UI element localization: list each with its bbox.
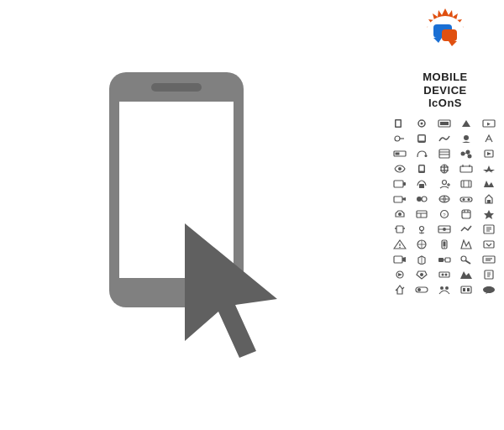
svg-rect-38: [420, 165, 424, 170]
svg-marker-56: [402, 197, 406, 201]
grid-icon: [391, 283, 409, 296]
svg-rect-108: [439, 272, 449, 277]
grid-icon: [480, 147, 498, 160]
svg-marker-35: [487, 152, 491, 155]
svg-rect-95: [394, 256, 402, 263]
svg-point-100: [461, 256, 466, 261]
svg-point-110: [444, 273, 447, 275]
main-icon-area: [0, 0, 386, 430]
svg-point-118: [445, 286, 449, 290]
grid-icon: [457, 238, 475, 251]
grid-icon: [435, 238, 454, 251]
sidebar: MOBILE DEVICE IcOnS ▶: [386, 0, 504, 430]
grid-icon: [435, 223, 454, 236]
svg-point-107: [420, 273, 423, 276]
svg-rect-55: [394, 197, 402, 202]
grid-icon: [391, 162, 409, 176]
svg-point-61: [463, 198, 465, 201]
grid-icon: [391, 207, 409, 221]
grid-icon: [457, 223, 475, 236]
grid-icon: [457, 162, 475, 176]
svg-point-93: [444, 247, 445, 249]
grid-icon: [412, 238, 431, 251]
svg-point-29: [461, 151, 465, 155]
grid-icon: [412, 283, 431, 296]
sidebar-title: MOBILE DEVICE IcOnS: [423, 71, 468, 110]
svg-marker-106: [398, 273, 402, 276]
svg-point-62: [468, 198, 470, 201]
svg-rect-97: [438, 258, 444, 262]
grid-icon: [391, 147, 409, 160]
svg-point-57: [417, 197, 422, 202]
icon-grid: ▶ ?: [389, 117, 502, 296]
svg-point-116: [417, 288, 421, 291]
svg-rect-43: [460, 166, 472, 172]
svg-rect-98: [445, 258, 450, 262]
svg-point-58: [422, 197, 427, 202]
svg-line-101: [466, 260, 471, 264]
grid-icon: [435, 253, 454, 266]
grid-icon: [412, 162, 431, 176]
svg-rect-102: [483, 256, 495, 263]
svg-rect-74: [396, 226, 403, 233]
grid-icon: [412, 223, 431, 236]
svg-point-64: [398, 212, 402, 216]
grid-icon: [480, 177, 498, 191]
svg-rect-65: [417, 211, 427, 218]
grid-icon: [480, 207, 498, 221]
grid-icon: [391, 192, 409, 206]
svg-point-30: [466, 149, 470, 154]
svg-rect-60: [460, 197, 472, 202]
grid-icon: [457, 207, 475, 221]
svg-point-79: [443, 228, 446, 231]
svg-rect-63: [487, 200, 491, 203]
svg-point-21: [464, 135, 469, 140]
svg-rect-11: [396, 120, 400, 126]
svg-point-13: [421, 122, 423, 124]
svg-rect-8: [442, 29, 457, 41]
svg-point-49: [442, 180, 446, 184]
svg-rect-120: [463, 288, 465, 291]
grid-icon: [435, 117, 454, 130]
svg-text:?: ?: [443, 212, 446, 217]
grid-icon: [480, 223, 498, 236]
badge-icon: [416, 7, 475, 66]
svg-rect-47: [403, 182, 406, 186]
grid-icon: [457, 192, 475, 206]
svg-point-31: [468, 154, 472, 158]
svg-rect-46: [394, 181, 403, 187]
svg-point-77: [420, 226, 424, 230]
grid-icon: [480, 253, 498, 266]
grid-icon: [391, 223, 409, 236]
grid-icon: [391, 238, 409, 251]
svg-point-36: [398, 167, 402, 170]
grid-icon: [457, 117, 475, 130]
svg-rect-20: [419, 135, 425, 140]
grid-icon: [412, 207, 431, 221]
grid-icon: [457, 177, 475, 191]
grid-icon: [457, 253, 475, 266]
grid-icon: [412, 253, 431, 266]
grid-icon: [412, 132, 431, 145]
svg-point-109: [441, 273, 444, 275]
grid-icon: [480, 283, 498, 296]
grid-icon: [412, 177, 431, 191]
svg-rect-26: [439, 149, 449, 158]
svg-point-87: [399, 246, 401, 248]
grid-icon: [480, 132, 498, 145]
grid-icon: [391, 177, 409, 191]
smartphone-click-icon: [50, 55, 336, 375]
grid-icon: [391, 117, 409, 130]
svg-point-18: [395, 136, 400, 141]
grid-icon: [435, 268, 454, 281]
grid-icon: [412, 117, 431, 130]
grid-icon: [435, 162, 454, 176]
grid-icon: ▶: [480, 117, 498, 130]
svg-rect-70: [462, 210, 470, 218]
grid-icon: [435, 283, 454, 296]
svg-text:▶: ▶: [487, 121, 491, 126]
svg-point-25: [425, 155, 428, 157]
grid-icon: ?: [435, 207, 454, 221]
grid-icon: [412, 268, 431, 281]
grid-icon: [457, 283, 475, 296]
